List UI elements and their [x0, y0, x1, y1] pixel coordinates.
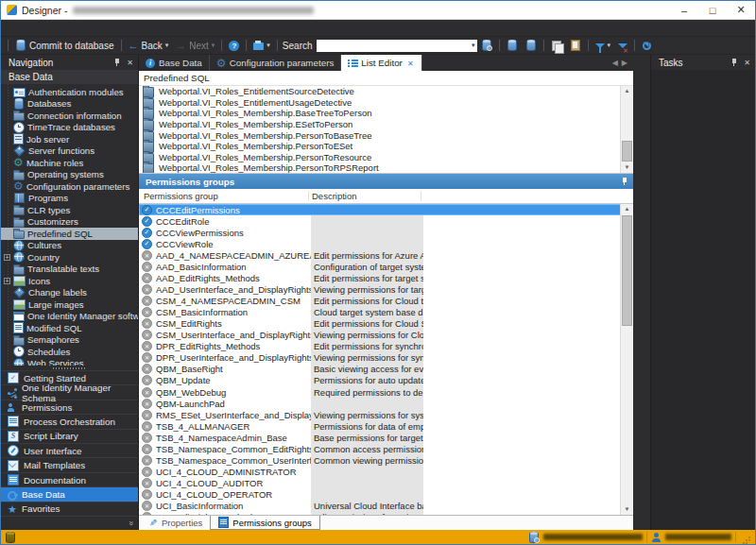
tree-item[interactable]: + One Identity Manager software	[1, 311, 138, 323]
nav-category-button[interactable]: Base Data	[1, 486, 138, 501]
pin-icon[interactable]	[730, 58, 739, 68]
scroll-up-icon[interactable]: ▲	[621, 86, 633, 96]
tab-scroll-left-icon[interactable]: ◀	[612, 59, 618, 67]
table-row[interactable]: DPR_UserInterface_and_DisplayRights View…	[139, 352, 621, 364]
database-export-button[interactable]	[503, 38, 522, 53]
tree-item[interactable]: + Cultures	[1, 240, 138, 252]
database-search-button[interactable]	[477, 38, 496, 53]
table-row[interactable]: AAD_4_NAMESPACEADMIN_AZUREAD Edit permis…	[139, 249, 621, 261]
tree-item[interactable]: + Job server	[1, 133, 138, 145]
table-row[interactable]: CCCEditPermissions	[139, 204, 621, 215]
table-row[interactable]: AAD_BasicInformation Configuration of ta…	[139, 261, 621, 272]
tab-close-icon[interactable]	[406, 59, 415, 67]
sql-list-item[interactable]: Webportal.VI_Roles_Membership.PersonToRP…	[139, 162, 621, 173]
sql-list-item[interactable]: Webportal.VI_Roles_Membership.ESetToPers…	[139, 119, 621, 130]
pin-icon[interactable]	[621, 177, 628, 187]
tree-item[interactable]: + Schedules	[1, 346, 138, 358]
help-button[interactable]	[225, 38, 243, 53]
table-row[interactable]: CCCViewRole	[139, 238, 621, 249]
column-permissions-group[interactable]: Permissions group	[139, 191, 309, 201]
sql-list-item[interactable]: Webportal.VI_Roles_Membership.PersonToBa…	[139, 129, 621, 141]
tree-item[interactable]: + Semaphores	[1, 334, 138, 347]
minimize-button[interactable]: –	[670, 1, 698, 19]
tree-item[interactable]: + CLR types	[1, 204, 138, 216]
refresh-button[interactable]	[638, 38, 656, 53]
table-row[interactable]: QBM_BaseRight Basic viewing access for e…	[139, 364, 621, 375]
tree-item[interactable]: + Modified SQL	[1, 322, 138, 334]
search-input[interactable]	[317, 41, 472, 51]
nav-category-button[interactable]: User Interface	[1, 443, 138, 457]
table-row[interactable]: CSM_UserInterface_and_DisplayRights View…	[139, 330, 621, 341]
tree-item[interactable]: + Programs	[1, 193, 138, 205]
table-row[interactable]: CCCViewPermissions	[139, 227, 621, 238]
tree-item[interactable]: + TimeTrace databases	[1, 122, 138, 134]
tree-item[interactable]: + Country	[1, 251, 138, 264]
table-row[interactable]: UCI_4_CLOUD_OPERATOR	[139, 489, 621, 501]
back-dropdown-icon[interactable]: ▾	[165, 42, 169, 49]
tree-item[interactable]: + Authentication modules	[1, 86, 138, 98]
table-row[interactable]: CSM_EditRights Edit permissions for Clou…	[139, 318, 621, 330]
print-dropdown-icon[interactable]: ▾	[266, 42, 270, 49]
tree-item[interactable]: + Icons	[1, 275, 138, 287]
commit-to-database-button[interactable]: Commit to database	[11, 38, 118, 53]
paste-button[interactable]	[566, 38, 585, 53]
database-import-button[interactable]	[522, 38, 541, 53]
search-dropdown-icon[interactable]: ▾	[472, 42, 475, 49]
table-scrollbar[interactable]: ▲ ▼	[620, 204, 633, 515]
tree-item[interactable]: + Predefined SQL	[1, 228, 138, 240]
resize-grip[interactable]	[742, 533, 751, 542]
pin-icon[interactable]	[113, 58, 122, 68]
tree-item[interactable]: + Databases	[1, 98, 138, 111]
nav-category-button[interactable]: Process Orchestration	[1, 414, 138, 428]
tree-item[interactable]: + Large images	[1, 298, 138, 311]
document-tab[interactable]: Configuration parameters	[210, 55, 342, 71]
tree-item[interactable]: + Translatable texts	[1, 264, 138, 276]
table-row[interactable]: TSB_4_NamespaceAdmin_Base Base permissio…	[139, 432, 621, 443]
filter-button[interactable]: ▾	[592, 38, 615, 53]
table-row[interactable]: UCI_EditRights_Methods Edit permissions …	[139, 512, 621, 515]
tab-scroll-right-icon[interactable]: ▶	[622, 59, 627, 67]
table-row[interactable]: QBM_Update Permissions for auto update h…	[139, 375, 621, 386]
table-row[interactable]: UCI_4_CLOUD_ADMINISTRATOR	[139, 466, 621, 477]
table-row[interactable]: QBM-LaunchPad	[139, 398, 621, 409]
clear-filter-button[interactable]	[614, 38, 631, 53]
table-row[interactable]: RMS_ESet_UserInterface_and_DisplayRights…	[139, 409, 621, 420]
table-row[interactable]: UCI_BasicInformation Universal Cloud Int…	[139, 501, 621, 512]
close-icon[interactable]	[126, 58, 134, 68]
scroll-down-icon[interactable]: ▼	[621, 162, 633, 173]
close-icon[interactable]	[743, 58, 751, 68]
next-button[interactable]: Next ▾	[172, 38, 218, 53]
tree-item[interactable]: + Web Services	[1, 358, 138, 366]
tree-item[interactable]: + Connection information	[1, 110, 138, 122]
table-row[interactable]: TSB_Namespace_Common_EditRights Common a…	[139, 443, 621, 454]
sql-list-item[interactable]: Webportal.VI_Roles_Membership.PersonToRe…	[139, 152, 621, 163]
scroll-up-icon[interactable]: ▲	[621, 204, 633, 214]
table-row[interactable]: CSM_BasicInformation Cloud target system…	[139, 307, 621, 318]
table-row[interactable]: DPR_EditRights_Methods Edit permissions …	[139, 341, 621, 352]
close-button[interactable]: ✕	[727, 1, 755, 19]
nav-category-button[interactable]: Script Library	[1, 429, 138, 443]
expand-icon[interactable]: +	[4, 254, 10, 261]
expand-icon[interactable]: +	[4, 278, 10, 284]
sql-scrollbar[interactable]: ▲ ▼	[620, 86, 633, 173]
collapse-buttons-icon[interactable]: »	[126, 520, 135, 525]
table-row[interactable]: QBM_WebDebug Required permissions to deb…	[139, 386, 621, 398]
bottom-tab[interactable]: Properties	[142, 516, 210, 530]
column-description[interactable]: Description	[309, 191, 421, 201]
nav-category-button[interactable]: Documentation	[1, 472, 138, 486]
table-row[interactable]: AAD_EditRights_Methods Edit permissions …	[139, 272, 621, 283]
table-row[interactable]: UCI_4_CLOUD_AUDITOR	[139, 478, 621, 489]
table-row[interactable]: AAD_UserInterface_and_DisplayRights View…	[139, 283, 621, 295]
bottom-tab[interactable]: Permissions groups	[210, 516, 319, 530]
tree-item[interactable]: + Configuration parameters	[1, 180, 138, 193]
table-row[interactable]: CCCEditRole	[139, 215, 621, 227]
tree-item[interactable]: + Change labels	[1, 287, 138, 299]
copy-button[interactable]	[547, 38, 566, 53]
table-row[interactable]: CSM_4_NAMESPACEADMIN_CSM Edit permission…	[139, 296, 621, 307]
sql-list-item[interactable]: Webportal.VI_Roles_EntitlementUsageDetec…	[139, 97, 621, 109]
nav-category-button[interactable]: Favorites	[1, 502, 138, 516]
maximize-button[interactable]: □	[698, 1, 727, 19]
document-tab[interactable]: Base Data	[139, 55, 210, 71]
table-row[interactable]: TSB_4_ALLMANAGER Permissions for data of…	[139, 420, 621, 432]
sql-list-item[interactable]: Webportal.VI_Roles_Membership.BaseTreeTo…	[139, 108, 621, 119]
